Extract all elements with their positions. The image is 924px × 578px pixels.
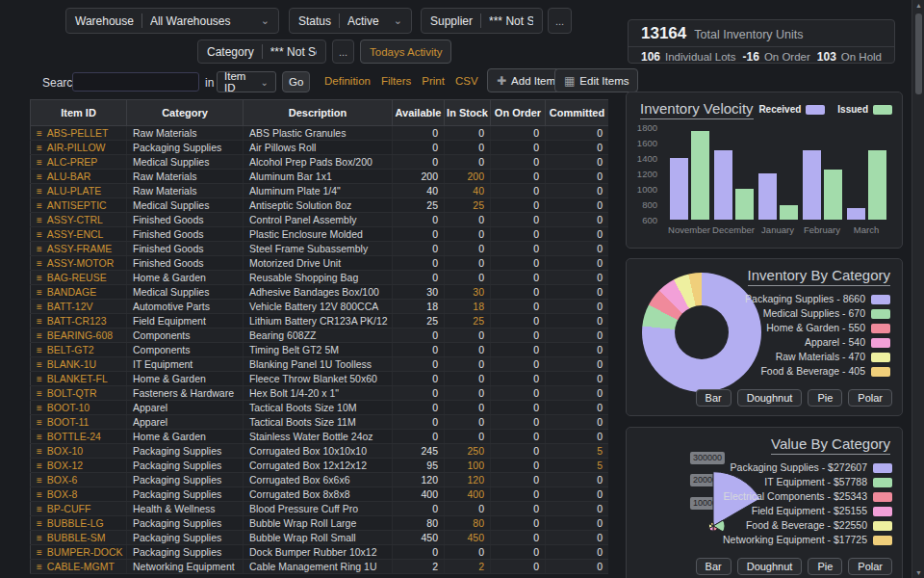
table-row[interactable]: ≡BOOT-11ApparelTactical Boots Size 11M00… xyxy=(31,415,609,430)
item-id-cell[interactable]: ≡ASSY-CTRL xyxy=(31,213,127,227)
table-row[interactable]: ≡BLANK-1UIT EquipmentBlanking Panel 1U T… xyxy=(31,357,609,372)
item-id-cell[interactable]: ≡ASSY-FRAME xyxy=(31,242,127,256)
table-row[interactable]: ≡BOOT-10ApparelTactical Boots Size 10M00… xyxy=(31,401,609,415)
legend-item[interactable]: Medical Supplies - 670 xyxy=(745,308,890,319)
item-id-cell[interactable]: ≡BOOT-11 xyxy=(31,415,127,430)
table-row[interactable]: ≡ASSY-FRAMEFinished GoodsSteel Frame Sub… xyxy=(31,242,609,256)
table-row[interactable]: ≡BOX-8Packaging SuppliesCorrugated Box 8… xyxy=(31,487,609,502)
item-id-cell[interactable]: ≡BOOT-10 xyxy=(31,401,127,415)
item-id-cell[interactable]: ≡BOX-12 xyxy=(31,459,127,473)
item-id-cell[interactable]: ≡BOX-10 xyxy=(31,444,127,459)
legend-item-received[interactable]: Received xyxy=(758,104,825,115)
item-id-cell[interactable]: ≡ASSY-ENCL xyxy=(31,227,127,242)
item-id-cell[interactable]: ≡AIR-PILLOW xyxy=(31,141,127,155)
table-row[interactable]: ≡BOX-6Packaging SuppliesCorrugated Box 6… xyxy=(31,473,609,487)
item-id-cell[interactable]: ≡BP-CUFF xyxy=(31,502,127,516)
column-header[interactable]: Description xyxy=(244,100,393,126)
chart-type-button-bar[interactable]: Bar xyxy=(696,389,732,407)
legend-item[interactable]: Raw Materials - 470 xyxy=(745,352,890,362)
table-row[interactable]: ≡ALU-PLATERaw MaterialsAluminum Plate 1/… xyxy=(31,184,609,198)
chart-type-button-pie[interactable]: Pie xyxy=(808,558,842,575)
column-header[interactable]: On Order xyxy=(491,100,546,126)
table-row[interactable]: ≡BATT-12VAutomotive PartsVehicle Battery… xyxy=(31,300,609,314)
table-row[interactable]: ≡ASSY-CTRLFinished GoodsControl Panel As… xyxy=(31,213,609,227)
item-id-cell[interactable]: ≡BLANK-1U xyxy=(31,357,127,372)
table-row[interactable]: ≡BOTTLE-24Home & GardenStainless Water B… xyxy=(31,430,609,444)
item-id-cell[interactable]: ≡BEARING-608 xyxy=(31,328,127,343)
item-id-cell[interactable]: ≡ASSY-MOTOR xyxy=(31,256,127,271)
legend-item[interactable]: Apparel - 540 xyxy=(745,337,890,348)
table-row[interactable]: ≡BUBBLE-SMPackaging SuppliesBubble Wrap … xyxy=(31,531,609,545)
table-row[interactable]: ≡BAG-REUSEHome & GardenReusable Shopping… xyxy=(31,271,609,285)
table-row[interactable]: ≡ABS-PELLETRaw MaterialsABS Plastic Gran… xyxy=(31,126,609,141)
table-row[interactable]: ≡BATT-CR123Field EquipmentLithium Batter… xyxy=(31,314,609,328)
edit-items-button[interactable]: ▦ Edit Items xyxy=(554,68,638,92)
category-more-button[interactable]: ... xyxy=(332,39,354,64)
chart-type-button-doughnut[interactable]: Doughnut xyxy=(737,389,803,407)
column-header[interactable]: Category xyxy=(127,100,244,126)
item-id-cell[interactable]: ≡BAG-REUSE xyxy=(31,271,127,285)
chart-type-button-bar[interactable]: Bar xyxy=(696,558,732,575)
search-input[interactable] xyxy=(72,72,199,92)
table-row[interactable]: ≡BOX-10Packaging SuppliesCorrugated Box … xyxy=(31,444,609,459)
table-row[interactable]: ≡ALC-PREPMedical SuppliesAlcohol Prep Pa… xyxy=(31,155,609,170)
table-row[interactable]: ≡BP-CUFFHealth & WellnessBlood Pressure … xyxy=(31,502,609,516)
item-id-cell[interactable]: ≡BOLT-QTR xyxy=(31,386,127,401)
item-id-cell[interactable]: ≡BELT-GT2 xyxy=(31,343,127,357)
table-row[interactable]: ≡BUBBLE-LGPackaging SuppliesBubble Wrap … xyxy=(31,516,609,531)
column-header[interactable]: Committed xyxy=(546,100,609,126)
legend-item[interactable]: Home & Garden - 550 xyxy=(745,323,890,333)
scroll-up-icon[interactable]: ▲ xyxy=(912,2,924,9)
item-id-cell[interactable]: ≡BANDAGE xyxy=(31,285,127,300)
chart-type-button-doughnut[interactable]: Doughnut xyxy=(737,558,803,575)
table-row[interactable]: ≡BUMPER-DOCKPackaging SuppliesDock Bumpe… xyxy=(31,545,609,560)
legend-item[interactable]: Food & Beverage - $22550 xyxy=(723,520,892,531)
table-row[interactable]: ≡BOLT-QTRFasteners & HardwareHex Bolt 1/… xyxy=(31,386,609,401)
status-filter[interactable]: Status Active ⌄ xyxy=(289,8,412,34)
toolbar-link-csv[interactable]: CSV xyxy=(455,75,478,87)
item-id-cell[interactable]: ≡BUBBLE-LG xyxy=(31,516,127,531)
item-id-cell[interactable]: ≡ANTISEPTIC xyxy=(31,198,127,213)
item-id-cell[interactable]: ≡BOX-6 xyxy=(31,473,127,487)
toolbar-link-definition[interactable]: Definition xyxy=(324,75,371,87)
table-row[interactable]: ≡BLANKET-FLHome & GardenFleece Throw Bla… xyxy=(31,372,609,386)
table-row[interactable]: ≡ALU-BARRaw MaterialsAluminum Bar 1x1200… xyxy=(31,170,609,184)
legend-item[interactable]: Food & Beverage - 405 xyxy=(745,366,890,377)
item-id-cell[interactable]: ≡BOX-8 xyxy=(31,487,127,502)
item-id-cell[interactable]: ≡BATT-CR123 xyxy=(31,314,127,328)
table-row[interactable]: ≡BANDAGEMedical SuppliesAdhesive Bandage… xyxy=(31,285,609,300)
table-row[interactable]: ≡CABLE-MGMTNetworking EquipmentCable Man… xyxy=(31,560,609,574)
item-id-cell[interactable]: ≡BUBBLE-SM xyxy=(31,531,127,545)
legend-item[interactable]: Packaging Supplies - $272607 xyxy=(723,462,892,473)
scroll-down-icon[interactable]: ▼ xyxy=(912,569,924,576)
table-row[interactable]: ≡BEARING-608ComponentsBearing 608ZZ0000 xyxy=(31,328,609,343)
column-header[interactable]: Item ID xyxy=(31,100,127,126)
item-id-cell[interactable]: ≡BATT-12V xyxy=(31,300,127,314)
legend-item[interactable]: IT Equipment - $57788 xyxy=(723,477,892,487)
chart-type-button-polar[interactable]: Polar xyxy=(848,389,892,407)
legend-item[interactable]: Electrical Components - $25343 xyxy=(723,491,892,502)
category-filter[interactable]: Category *** Not Selected xyxy=(197,39,326,64)
item-id-cell[interactable]: ≡ABS-PELLET xyxy=(31,126,127,141)
item-id-cell[interactable]: ≡BOTTLE-24 xyxy=(31,430,127,444)
column-header[interactable]: In Stock xyxy=(445,100,491,126)
warehouse-filter[interactable]: Warehouse All Warehouses ⌄ xyxy=(65,8,279,34)
todays-activity-button[interactable]: Todays Activity xyxy=(360,39,451,64)
search-field-select[interactable]: Item ID ⌄ xyxy=(217,71,276,92)
add-item-button[interactable]: ✚ Add Item xyxy=(487,68,565,92)
table-row[interactable]: ≡BOX-12Packaging SuppliesCorrugated Box … xyxy=(31,459,609,473)
chart-type-button-polar[interactable]: Polar xyxy=(848,558,892,575)
table-row[interactable]: ≡BELT-GT2ComponentsTiming Belt GT2 5M000… xyxy=(31,343,609,357)
column-header[interactable]: Available xyxy=(393,100,445,126)
chart-type-button-pie[interactable]: Pie xyxy=(808,389,842,407)
legend-item-issued[interactable]: Issued xyxy=(837,104,892,115)
table-row[interactable]: ≡ANTISEPTICMedical SuppliesAntiseptic So… xyxy=(31,198,609,213)
table-row[interactable]: ≡ASSY-ENCLFinished GoodsPlastic Enclosur… xyxy=(31,227,609,242)
scrollbar-thumb[interactable] xyxy=(915,13,922,94)
item-id-cell[interactable]: ≡CABLE-MGMT xyxy=(31,560,127,574)
item-id-cell[interactable]: ≡BUMPER-DOCK xyxy=(31,545,127,560)
go-button[interactable]: Go xyxy=(282,71,310,92)
toolbar-link-filters[interactable]: Filters xyxy=(381,75,411,87)
page-scrollbar[interactable]: ▲ ▼ xyxy=(911,0,924,578)
supplier-more-button[interactable]: ... xyxy=(548,8,572,34)
